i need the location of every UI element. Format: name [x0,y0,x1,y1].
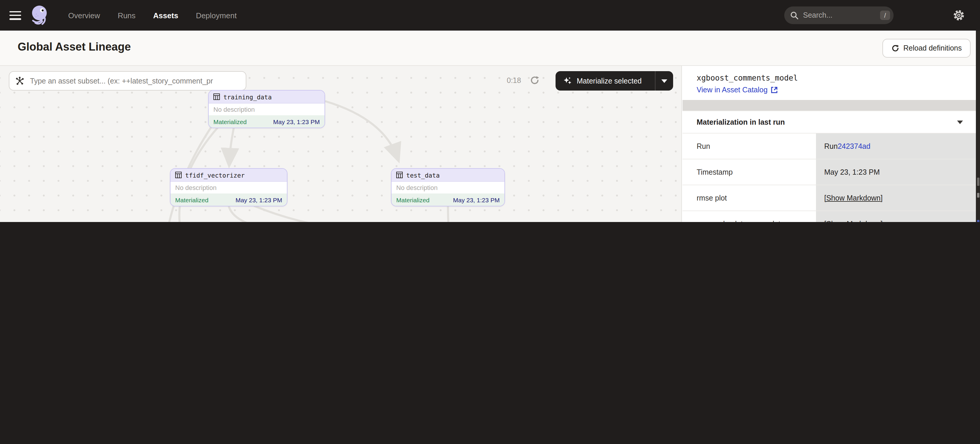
horizontal-scrollbar[interactable] [682,100,976,111]
materialization-table: Run Run 242374ad Timestamp May 23, 1:23 … [682,133,976,222]
materialization-time[interactable]: May 23, 1:23 PM [273,118,320,125]
asset-subset-filter[interactable] [9,71,246,91]
asset-node-training-data[interactable]: training_data No description Materialize… [208,90,325,128]
status-badge: Materialized [396,196,430,203]
reload-definitions-button[interactable]: Reload definitions [882,39,970,57]
page-header: Global Asset Lineage Reload definitions [0,30,980,66]
search-shortcut-badge: / [880,11,890,20]
nav-item-deployment[interactable]: Deployment [196,11,237,20]
row-label: Timestamp [682,159,816,185]
materialize-selected-button[interactable]: Materialize selected [555,71,673,91]
asset-lineage-canvas[interactable]: 0:18 Materialize selected training_data … [0,66,682,222]
table-icon [396,172,403,178]
page-title: Global Asset Lineage [18,41,131,54]
dagster-app: Overview Runs Assets Deployment Search..… [0,0,980,222]
materialization-time[interactable]: May 23, 1:23 PM [235,196,282,203]
asset-graph-icon [15,76,24,85]
section-materialization-last-run[interactable]: Materialization in last run [682,111,976,133]
table-row: Run Run 242374ad [682,134,976,159]
row-label: Run [682,134,816,159]
table-row: Timestamp May 23, 1:23 PM [682,159,976,185]
search-placeholder: Search... [803,11,880,19]
hamburger-menu-icon[interactable] [10,11,21,20]
show-markdown-link[interactable]: [Show Markdown] [824,220,883,222]
top-nav: Overview Runs Assets Deployment Search..… [0,0,980,30]
table-icon [175,172,181,178]
materialize-dropdown-button[interactable] [655,71,673,91]
view-in-asset-catalog-link[interactable]: View in Asset Catalog [697,86,778,94]
run-id-link[interactable]: 242374ad [838,142,870,150]
nav-item-overview[interactable]: Overview [68,11,100,20]
settings-gear-icon[interactable] [952,9,965,22]
refresh-icon [891,44,899,53]
refresh-graph-icon[interactable] [530,75,540,85]
external-link-icon [770,86,778,94]
row-value: May 23, 1:23 PM [816,159,976,185]
row-label: mean_absolute_error plot [682,211,816,222]
asset-node-tfidf-vectorizer[interactable]: tfidf_vectorizer No description Material… [170,168,288,207]
row-label: rmse plot [682,185,816,210]
nav-item-runs[interactable]: Runs [118,11,135,20]
node-description: No description [209,103,325,115]
nav-item-assets[interactable]: Assets [153,11,178,20]
asset-subset-input[interactable] [29,76,240,86]
status-badge: Materialized [213,118,247,125]
node-description: No description [170,182,287,194]
sparkle-icon [563,76,572,85]
selected-asset-title: xgboost_comments_model [697,73,798,82]
materialization-time[interactable]: May 23, 1:23 PM [453,196,500,203]
global-search-input[interactable]: Search... / [784,6,894,24]
search-icon [790,11,799,19]
browser-edge-strip [976,30,980,222]
show-markdown-link[interactable]: [Show Markdown] [824,194,883,202]
strip-glyph [977,220,979,222]
status-badge: Materialized [175,196,208,203]
refresh-timer: 0:18 [507,76,521,85]
asset-details-panel: xgboost_comments_model View in Asset Cat… [682,66,976,222]
chevron-down-icon [957,120,963,124]
table-row: mean_absolute_error plot [Show Markdown] [682,211,976,222]
strip-glyph [977,178,979,186]
strip-glyph [977,193,979,197]
table-icon [213,94,220,100]
dagster-logo-icon[interactable] [29,5,51,26]
nav-menu: Overview Runs Assets Deployment [68,11,237,20]
asset-node-test-data[interactable]: test_data No description MaterializedMay… [391,168,505,207]
chevron-down-icon [661,79,667,83]
table-row: rmse plot [Show Markdown] [682,185,976,211]
node-description: No description [391,182,504,194]
